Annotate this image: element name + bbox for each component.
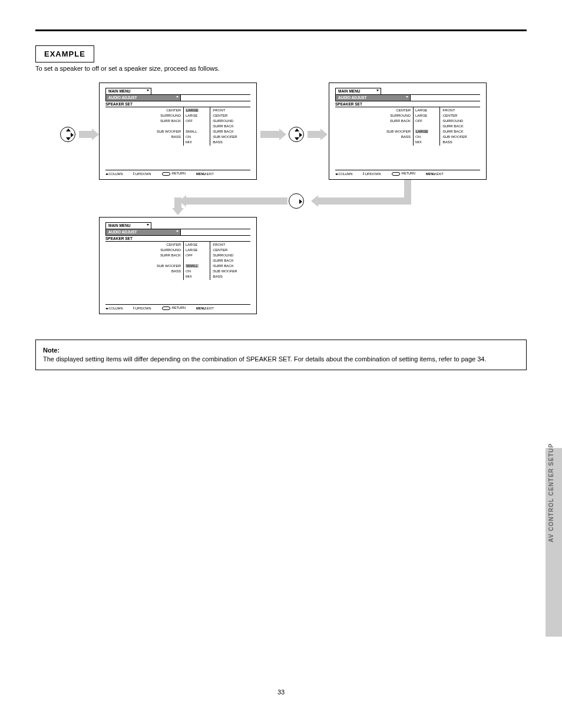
joystick-icon xyxy=(60,127,75,142)
menu-screen: MAIN MENU AUDIO ADJUST SPEAKER SET CENTE… xyxy=(99,83,257,180)
arrow-right-icon xyxy=(308,131,320,138)
row-value[interactable]: SMALL xyxy=(186,264,199,268)
row-value[interactable]: LARGE xyxy=(186,242,208,248)
arrow-left-icon xyxy=(186,197,287,205)
footer-label: :UP/DOWN xyxy=(134,307,151,310)
row-label: BASS xyxy=(335,134,411,140)
crumb-label: AUDIO ADJUST xyxy=(108,230,137,234)
crumb-label: MAIN MENU xyxy=(108,223,131,228)
row-value[interactable]: LARGE xyxy=(415,113,438,118)
menu-screen: MAIN MENU AUDIO ADJUST SPEAKER SET CENTE… xyxy=(329,83,487,180)
row-key: SUB WOOFER xyxy=(213,135,237,139)
row-value[interactable]: LARGE xyxy=(415,108,438,113)
row-key: FRONT xyxy=(443,108,455,112)
arrow-right-icon xyxy=(260,131,279,138)
footer-label: :EXIT xyxy=(206,172,214,176)
arrow-right-icon xyxy=(79,131,92,138)
row-label: SURR BACK xyxy=(105,118,181,124)
joystick-icon xyxy=(289,127,304,142)
settings-table: CENTER SURROUND SURR BACK SUB WOOFER BAS… xyxy=(105,241,250,280)
crumb-label: AUDIO ADJUST xyxy=(338,95,367,100)
row-key: BASS xyxy=(213,140,223,144)
row-key: SUB WOOFER xyxy=(443,135,467,139)
row-key: FRONT xyxy=(213,243,226,246)
row-label: CENTER xyxy=(105,242,181,248)
crumb-label: MAIN MENU xyxy=(108,89,131,93)
footer-label: :COLUMN xyxy=(338,172,352,176)
row-key: SURR BACK xyxy=(213,259,234,262)
row-value[interactable]: OFF xyxy=(186,118,208,124)
example-label: EXAMPLE xyxy=(35,45,94,62)
row-key: SURROUND xyxy=(213,119,234,123)
arrow-down-icon xyxy=(174,197,181,208)
joystick-icon xyxy=(289,193,304,209)
flow-diagram: MAIN MENU AUDIO ADJUST SPEAKER SET CENTE… xyxy=(35,83,527,324)
breadcrumb: MAIN MENU xyxy=(335,88,381,94)
menu-screen: MAIN MENU AUDIO ADJUST SPEAKER SET CENTE… xyxy=(99,217,257,314)
row-label: BASS xyxy=(105,134,181,140)
row-value[interactable]: ON xyxy=(186,134,208,140)
breadcrumb: MAIN MENU xyxy=(105,222,151,229)
row-key: SURR BACK xyxy=(213,264,234,268)
row-value[interactable]: OFF xyxy=(186,253,208,258)
row-label: SURR BACK xyxy=(335,118,411,124)
instruction-text: To set a speaker to off or set a speaker… xyxy=(35,65,527,72)
row-key: FRONT xyxy=(213,108,226,112)
header-rule xyxy=(35,29,527,31)
row-key: BASS xyxy=(213,275,223,278)
row-label: SURR BACK xyxy=(105,253,181,258)
row-value[interactable]: MIX xyxy=(186,274,208,279)
row-value[interactable]: LARGE xyxy=(415,130,428,133)
row-key: SURR BACK xyxy=(443,124,464,128)
section-header: SPEAKER SET xyxy=(105,101,250,107)
row-value[interactable]: OFF xyxy=(415,118,438,124)
row-key: SURR BACK xyxy=(213,130,234,133)
crumb-label: AUDIO ADJUST xyxy=(108,95,137,100)
row-key: SUB WOOFER xyxy=(213,269,237,273)
breadcrumb: AUDIO ADJUST xyxy=(335,94,411,101)
section-header: SPEAKER SET xyxy=(105,235,250,241)
row-key: SURR BACK xyxy=(213,124,234,128)
footer-label: :UP/DOWN xyxy=(364,172,381,176)
breadcrumb: MAIN MENU xyxy=(105,88,151,94)
side-tab-label: AV CONTROL CENTER SETUP xyxy=(548,443,554,542)
footer-label: :RETURN xyxy=(401,172,415,175)
screen-footer: ◂▸:COLUMN ▴▾:UP/DOWN :RETURN MENU:EXIT xyxy=(105,170,250,176)
note-body: The displayed setting items will differ … xyxy=(43,355,487,363)
page-number: 33 xyxy=(35,689,527,696)
row-label: SURROUND xyxy=(335,113,411,118)
footer-label: :COLUMN xyxy=(108,172,123,176)
row-value[interactable]: ON xyxy=(186,269,208,274)
footer-label: :UP/DOWN xyxy=(134,172,151,176)
row-key: CENTER xyxy=(213,114,228,117)
row-key: CENTER xyxy=(213,248,228,252)
row-key: BASS xyxy=(443,140,452,144)
footer-label: :RETURN xyxy=(171,172,186,175)
row-label: SUB WOOFER xyxy=(335,129,411,134)
footer-label: :COLUMN xyxy=(108,307,123,310)
row-value[interactable]: LARGE xyxy=(186,108,199,112)
row-value[interactable]: LARGE xyxy=(186,248,208,253)
row-label: CENTER xyxy=(335,108,411,113)
connector-line xyxy=(404,180,411,197)
section-header: SPEAKER SET xyxy=(335,101,480,107)
row-label: SUB WOOFER xyxy=(105,129,181,134)
row-value[interactable]: SMALL xyxy=(186,129,208,134)
footer-label: :EXIT xyxy=(206,307,214,310)
row-key: SURR BACK xyxy=(443,130,464,133)
screen-footer: ◂▸:COLUMN ▴▾:UP/DOWN :RETURN MENU:EXIT xyxy=(335,170,480,176)
row-label: CENTER xyxy=(105,108,181,113)
row-value[interactable]: LARGE xyxy=(186,113,208,118)
row-value[interactable]: MIX xyxy=(415,140,438,145)
row-value[interactable]: MIX xyxy=(186,140,208,145)
arrow-left-icon xyxy=(318,197,411,205)
settings-table: CENTER SURROUND SURR BACK SUB WOOFER BAS… xyxy=(105,107,250,146)
footer-label: :EXIT xyxy=(435,172,444,176)
row-value[interactable]: ON xyxy=(415,134,438,140)
settings-table: CENTER SURROUND SURR BACK SUB WOOFER BAS… xyxy=(335,107,480,146)
row-label: SUB WOOFER xyxy=(105,263,181,269)
page: EXAMPLE To set a speaker to off or set a… xyxy=(0,0,562,719)
screen-footer: ◂▸:COLUMN ▴▾:UP/DOWN :RETURN MENU:EXIT xyxy=(105,304,250,310)
note-title: Note: xyxy=(43,347,59,354)
row-label: BASS xyxy=(105,269,181,274)
